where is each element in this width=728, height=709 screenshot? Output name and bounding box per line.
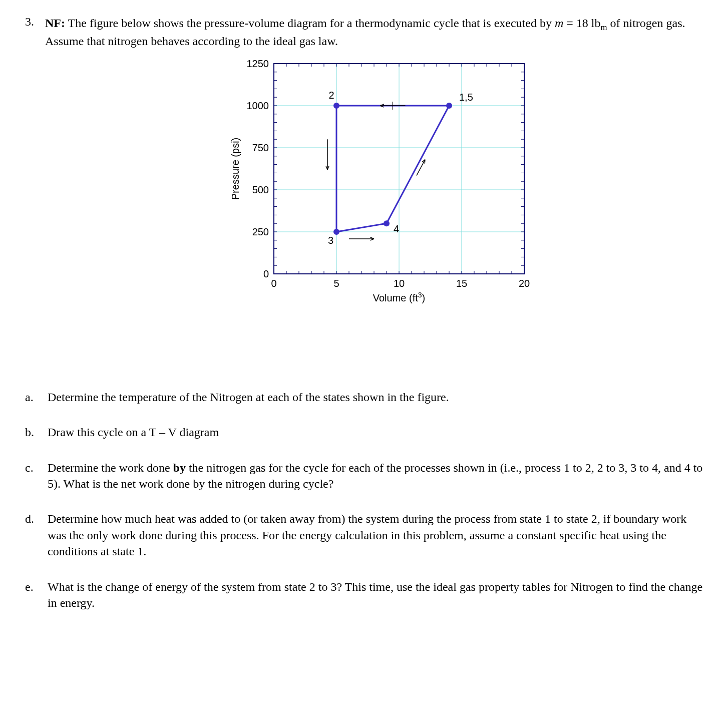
svg-point-123: [446, 103, 452, 109]
problem-content: NF: The figure below shows the pressure-…: [45, 15, 703, 339]
question-e: e. What is the change of energy of the s…: [25, 579, 703, 611]
svg-text:250: 250: [252, 226, 269, 237]
problem-prefix: NF:: [45, 17, 65, 30]
problem-number: 3.: [25, 15, 45, 29]
svg-point-126: [384, 220, 390, 226]
svg-text:4: 4: [394, 223, 399, 234]
svg-text:15: 15: [456, 278, 467, 289]
svg-text:Pressure (psi): Pressure (psi): [230, 138, 241, 200]
svg-point-125: [333, 229, 339, 235]
question-e-text: What is the change of energy of the syst…: [48, 579, 703, 611]
svg-text:20: 20: [519, 278, 530, 289]
statement-part1: The figure below shows the pressure-volu…: [68, 17, 555, 30]
svg-text:1,5: 1,5: [459, 92, 473, 103]
question-d: d. Determine how much heat was added to …: [25, 511, 703, 559]
svg-point-124: [333, 103, 339, 109]
mass-unit-sub: m: [600, 23, 607, 32]
question-d-label: d.: [25, 511, 48, 559]
problem-header: 3. NF: The figure below shows the pressu…: [25, 15, 703, 339]
problem-statement: NF: The figure below shows the pressure-…: [45, 15, 703, 50]
question-d-text: Determine how much heat was added to (or…: [48, 511, 703, 559]
svg-text:500: 500: [252, 184, 269, 195]
question-c-label: c.: [25, 460, 48, 492]
svg-text:1000: 1000: [247, 100, 269, 111]
question-c-text: Determine the work done by the nitrogen …: [48, 460, 703, 492]
svg-text:750: 750: [252, 142, 269, 153]
question-b: b. Draw this cycle on a T – V diagram: [25, 424, 703, 440]
mass-value: 18 lb: [576, 17, 601, 30]
question-a-text: Determine the temperature of the Nitroge…: [48, 389, 449, 405]
question-a-label: a.: [25, 389, 48, 405]
svg-text:3: 3: [328, 235, 333, 246]
svg-text:2: 2: [328, 90, 334, 101]
svg-text:0: 0: [263, 268, 269, 279]
pv-chart-svg: 05101520025050075010001250Volume (ft3)Pr…: [214, 54, 534, 314]
question-c-bold: by: [173, 461, 186, 474]
svg-text:Volume (ft3): Volume (ft3): [373, 291, 426, 303]
svg-line-122: [387, 106, 449, 223]
svg-text:10: 10: [394, 278, 405, 289]
svg-text:5: 5: [333, 278, 339, 289]
equals: =: [563, 17, 576, 30]
question-b-text: Draw this cycle on a T – V diagram: [48, 424, 219, 440]
svg-text:0: 0: [271, 278, 276, 289]
question-list: a. Determine the temperature of the Nitr…: [25, 389, 703, 611]
question-a: a. Determine the temperature of the Nitr…: [25, 389, 703, 405]
pv-diagram: 05101520025050075010001250Volume (ft3)Pr…: [45, 54, 703, 314]
question-e-label: e.: [25, 579, 48, 611]
question-b-label: b.: [25, 424, 48, 440]
svg-text:1250: 1250: [247, 58, 269, 69]
question-c-text-1: Determine the work done: [48, 461, 173, 474]
svg-line-121: [336, 223, 387, 232]
question-c: c. Determine the work done by the nitrog…: [25, 460, 703, 492]
mass-variable: m: [555, 17, 563, 30]
svg-line-141: [417, 160, 425, 176]
